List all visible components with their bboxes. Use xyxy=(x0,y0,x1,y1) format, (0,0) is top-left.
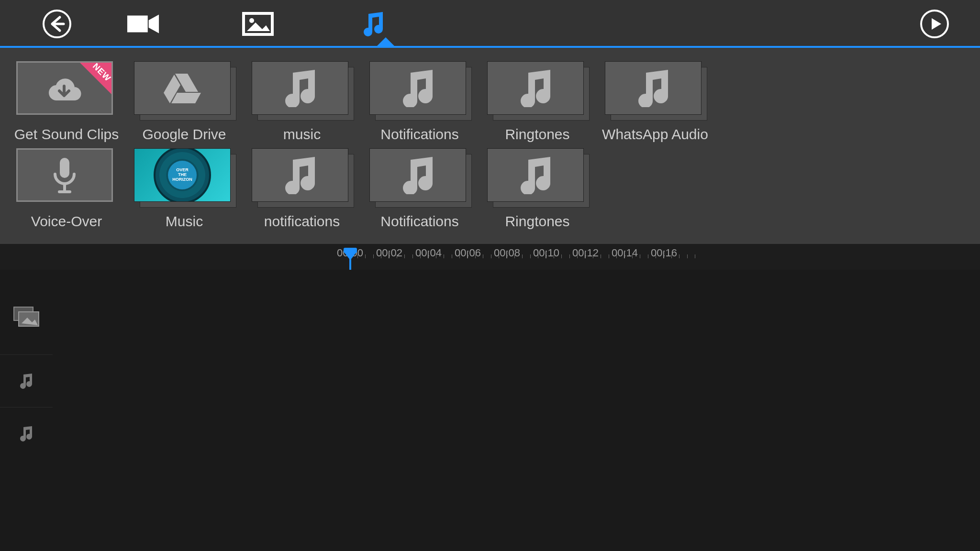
music-note-small-icon xyxy=(18,373,35,390)
media-tile[interactable]: notifications xyxy=(252,148,352,230)
tile-label: Notifications xyxy=(380,213,458,230)
image-icon xyxy=(241,11,275,37)
media-tile[interactable]: WhatsApp Audio xyxy=(605,61,705,143)
download-thumb: NEW xyxy=(16,61,113,115)
drive-thumb xyxy=(134,61,231,115)
tile-label: Voice-Over xyxy=(31,213,102,230)
media-tile[interactable]: music xyxy=(252,61,352,143)
tab-video[interactable] xyxy=(126,7,160,41)
tab-music[interactable] xyxy=(356,7,390,41)
music-thumb xyxy=(487,61,584,115)
track-label-audio1[interactable] xyxy=(0,355,53,408)
music-note-small-icon xyxy=(18,425,35,442)
track-label-media[interactable] xyxy=(0,278,53,355)
tile-label: music xyxy=(283,126,321,143)
music-thumb xyxy=(252,61,348,115)
media-browser: NEWGet Sound ClipsGoogle DrivemusicNotif… xyxy=(0,48,980,244)
tile-label: notifications xyxy=(264,213,340,230)
media-tile[interactable]: Ringtones xyxy=(487,61,588,143)
tile-label: Ringtones xyxy=(505,126,569,143)
music-thumb xyxy=(605,61,702,115)
tab-image[interactable] xyxy=(241,7,275,41)
tile-label: Google Drive xyxy=(142,126,226,143)
music-thumb xyxy=(369,61,466,115)
tile-label: Music xyxy=(166,213,203,230)
svg-point-4 xyxy=(249,18,254,23)
tile-label: Ringtones xyxy=(505,213,569,230)
tile-label: WhatsApp Audio xyxy=(602,126,708,143)
timeline[interactable]: 00:0000:0200:0400:0600:0800:1000:1200:14… xyxy=(0,244,980,551)
tab-underline xyxy=(0,46,980,48)
new-badge: NEW xyxy=(80,63,111,94)
media-tile[interactable]: NEWGet Sound Clips xyxy=(16,61,117,143)
media-tile[interactable]: Notifications xyxy=(369,61,470,143)
timeline-ruler[interactable]: 00:0000:0200:0400:0600:0800:1000:1200:14… xyxy=(0,244,980,270)
media-track-icon xyxy=(13,306,40,327)
play-icon xyxy=(919,9,950,39)
album-thumb: OVERTHEHORIZON xyxy=(134,148,231,202)
track-label-column xyxy=(0,278,53,460)
music-note-icon xyxy=(359,10,387,38)
track-label-audio2[interactable] xyxy=(0,408,53,460)
media-tile[interactable]: OVERTHEHORIZONMusic xyxy=(134,148,234,230)
topbar xyxy=(0,0,980,48)
music-thumb xyxy=(252,148,348,202)
play-button[interactable] xyxy=(918,7,951,41)
media-tile[interactable]: Ringtones xyxy=(487,148,588,230)
arrow-left-icon xyxy=(42,9,72,39)
music-thumb xyxy=(369,148,466,202)
track-area[interactable] xyxy=(0,270,980,551)
music-thumb xyxy=(487,148,584,202)
media-tile[interactable]: Google Drive xyxy=(134,61,234,143)
back-button[interactable] xyxy=(40,7,74,41)
video-camera-icon xyxy=(126,12,160,35)
playhead-handle-icon[interactable] xyxy=(344,252,357,260)
svg-rect-1 xyxy=(127,16,148,33)
mic-thumb xyxy=(16,148,113,202)
media-tile[interactable]: Notifications xyxy=(369,148,470,230)
tile-label: Notifications xyxy=(380,126,458,143)
media-tile[interactable]: Voice-Over xyxy=(16,148,117,230)
active-tab-caret xyxy=(377,37,394,46)
tile-label: Get Sound Clips xyxy=(14,126,119,143)
